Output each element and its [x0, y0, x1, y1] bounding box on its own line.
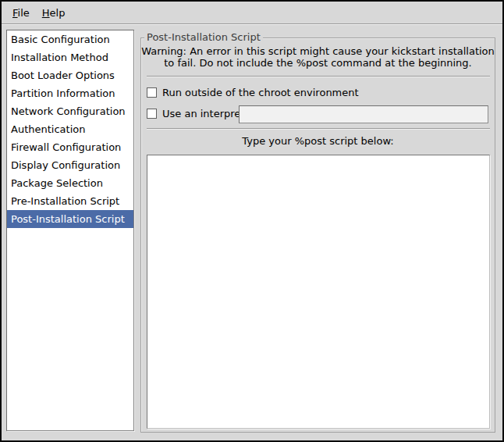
separator — [147, 76, 490, 77]
sidebar-item-display-configuration[interactable]: Display Configuration — [7, 156, 133, 174]
post-installation-script-frame: Post-Installation Script Warning: An err… — [140, 37, 495, 433]
interpreter-input[interactable] — [239, 105, 488, 123]
menu-bar: File Help — [2, 2, 502, 24]
post-script-textarea[interactable] — [147, 155, 490, 429]
frame-title: Post-Installation Script — [144, 31, 263, 43]
sidebar-item-authentication[interactable]: Authentication — [7, 120, 133, 138]
script-area-label: Type your %post script below: — [141, 135, 495, 147]
section-list: Basic Configuration Installation Method … — [6, 30, 134, 431]
chroot-checkbox-row: Run outside of the chroot environment — [147, 85, 359, 99]
kickstart-configurator-window: File Help Basic Configuration Installati… — [0, 0, 504, 442]
menu-file[interactable]: File — [6, 4, 36, 22]
separator — [147, 128, 490, 130]
interpreter-checkbox[interactable] — [147, 109, 157, 119]
sidebar-item-package-selection[interactable]: Package Selection — [7, 174, 133, 192]
sidebar-item-boot-loader-options[interactable]: Boot Loader Options — [7, 66, 133, 84]
sidebar-item-installation-method[interactable]: Installation Method — [7, 48, 133, 66]
menu-help-label: elp — [50, 7, 66, 19]
chroot-checkbox-label: Run outside of the chroot environment — [162, 87, 359, 98]
sidebar-item-network-configuration[interactable]: Network Configuration — [7, 102, 133, 120]
sidebar-item-partition-information[interactable]: Partition Information — [7, 84, 133, 102]
warning-text: Warning: An error in this script might c… — [141, 45, 495, 69]
warning-line-2: to fail. Do not include the %post comman… — [141, 57, 495, 69]
sidebar-item-basic-configuration[interactable]: Basic Configuration — [7, 30, 133, 48]
menu-help-accel: H — [42, 7, 50, 19]
sidebar-item-pre-installation-script[interactable]: Pre-Installation Script — [7, 192, 133, 210]
sidebar-item-firewall-configuration[interactable]: Firewall Configuration — [7, 138, 133, 156]
warning-line-1: Warning: An error in this script might c… — [141, 45, 495, 57]
chroot-checkbox[interactable] — [147, 87, 157, 98]
sidebar-item-post-installation-script[interactable]: Post-Installation Script — [7, 210, 133, 228]
menu-help[interactable]: Help — [36, 4, 72, 22]
menu-file-label: ile — [18, 7, 30, 19]
